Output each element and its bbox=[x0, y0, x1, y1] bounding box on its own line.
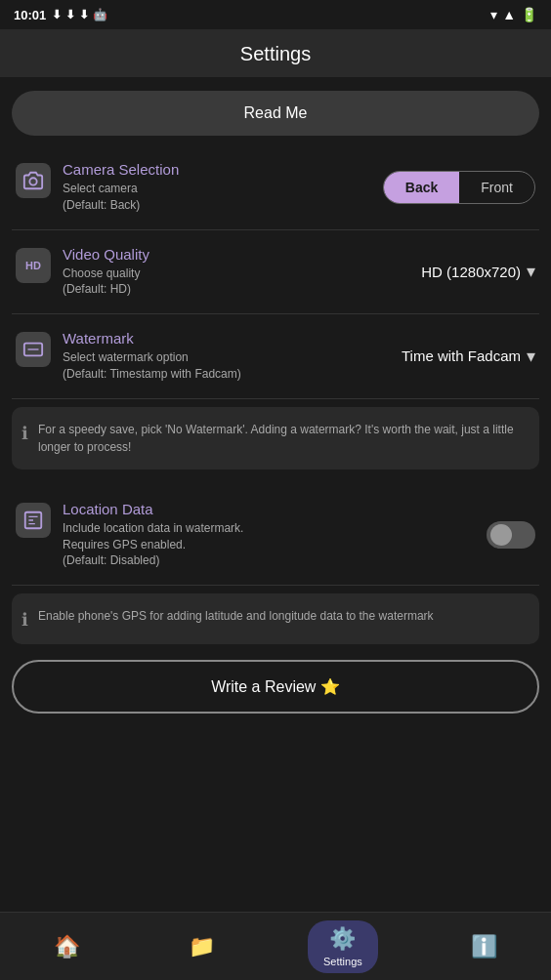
svg-point-0 bbox=[29, 178, 36, 184]
watermark-info-text: For a speedy save, pick 'No Watermark'. … bbox=[38, 421, 526, 456]
camera-selection-desc: Select camera(Default: Back) bbox=[63, 181, 179, 214]
nav-item-home[interactable]: 🏠 bbox=[38, 928, 96, 965]
location-icon bbox=[22, 510, 44, 531]
watermark-desc: Select watermark option(Default: Timesta… bbox=[63, 349, 241, 383]
battery-icon: 🔋 bbox=[521, 7, 537, 22]
download-icon-3: ⬇ bbox=[79, 8, 89, 21]
android-icon: 🤖 bbox=[93, 8, 107, 21]
location-data-title: Location Data bbox=[63, 501, 243, 517]
camera-segmented-control[interactable]: Back Front bbox=[383, 171, 535, 204]
toggle-knob bbox=[490, 524, 512, 546]
nav-item-folder[interactable]: 📁 bbox=[173, 928, 231, 965]
watermark-left: Watermark Select watermark option(Defaul… bbox=[16, 330, 402, 383]
video-quality-title: Video Quality bbox=[63, 246, 149, 263]
watermark-icon bbox=[22, 339, 44, 360]
watermark-chevron-icon: ▾ bbox=[527, 346, 535, 367]
read-me-button[interactable]: Read Me bbox=[12, 91, 539, 136]
home-icon: 🏠 bbox=[54, 934, 80, 960]
status-right-icons: ▾ ▲ 🔋 bbox=[490, 7, 537, 22]
info-circle-icon: ℹ bbox=[21, 423, 28, 444]
camera-selection-row: Camera Selection Select camera(Default: … bbox=[12, 145, 539, 230]
video-quality-desc: Choose quality(Default: HD) bbox=[63, 265, 149, 299]
nav-settings-label: Settings bbox=[323, 956, 362, 967]
watermark-value: Time with Fadcam bbox=[402, 347, 521, 364]
camera-selection-left: Camera Selection Select camera(Default: … bbox=[16, 161, 383, 214]
watermark-dropdown[interactable]: Time with Fadcam ▾ bbox=[402, 346, 535, 367]
video-quality-dropdown[interactable]: HD (1280x720) ▾ bbox=[421, 261, 535, 282]
hd-icon: HD bbox=[25, 260, 41, 271]
watermark-row: Watermark Select watermark option(Defaul… bbox=[12, 314, 539, 399]
camera-selection-text: Camera Selection Select camera(Default: … bbox=[63, 161, 179, 214]
camera-front-button[interactable]: Front bbox=[459, 172, 534, 203]
video-quality-icon-container: HD bbox=[16, 248, 51, 283]
camera-icon bbox=[22, 170, 44, 191]
gear-icon: ⚙️ bbox=[329, 926, 356, 952]
location-data-text: Location Data Include location data in w… bbox=[63, 501, 243, 569]
notification-icons: ⬇ ⬇ ⬇ 🤖 bbox=[52, 8, 107, 21]
watermark-title: Watermark bbox=[63, 330, 241, 347]
chevron-down-icon: ▾ bbox=[527, 261, 535, 282]
time-display: 10:01 bbox=[14, 8, 46, 22]
write-review-button[interactable]: Write a Review ⭐ bbox=[12, 660, 539, 714]
wifi-icon: ▾ bbox=[490, 7, 497, 22]
signal-icon: ▲ bbox=[502, 7, 516, 22]
watermark-info-box: ℹ For a speedy save, pick 'No Watermark'… bbox=[12, 407, 539, 470]
location-info-box: ℹ Enable phone's GPS for adding latitude… bbox=[12, 593, 539, 644]
location-info-icon: ℹ bbox=[21, 609, 28, 631]
status-time: 10:01 ⬇ ⬇ ⬇ 🤖 bbox=[14, 8, 107, 22]
video-quality-text: Video Quality Choose quality(Default: HD… bbox=[63, 246, 149, 299]
settings-content: Read Me Camera Selection Select camera(D… bbox=[0, 77, 551, 905]
nav-item-info[interactable]: ℹ️ bbox=[455, 928, 513, 965]
nav-item-settings[interactable]: ⚙️ Settings bbox=[308, 920, 378, 973]
download-icon-2: ⬇ bbox=[65, 8, 75, 21]
camera-back-button[interactable]: Back bbox=[384, 172, 459, 203]
video-quality-left: HD Video Quality Choose quality(Default:… bbox=[16, 246, 421, 299]
camera-icon-container bbox=[16, 163, 51, 198]
download-icon-1: ⬇ bbox=[52, 8, 62, 21]
info-icon: ℹ️ bbox=[471, 934, 497, 960]
location-data-desc: Include location data in watermark.Requi… bbox=[63, 520, 243, 569]
video-quality-value: HD (1280x720) bbox=[421, 264, 521, 280]
video-quality-row: HD Video Quality Choose quality(Default:… bbox=[12, 230, 539, 315]
page-header: Settings bbox=[0, 29, 551, 77]
location-info-text: Enable phone's GPS for adding latitude a… bbox=[38, 607, 434, 625]
watermark-icon-container bbox=[16, 332, 51, 367]
camera-selection-title: Camera Selection bbox=[63, 161, 179, 178]
page-title: Settings bbox=[240, 43, 311, 64]
location-toggle[interactable] bbox=[487, 521, 535, 549]
watermark-text: Watermark Select watermark option(Defaul… bbox=[63, 330, 241, 383]
status-bar: 10:01 ⬇ ⬇ ⬇ 🤖 ▾ ▲ 🔋 bbox=[0, 0, 551, 29]
bottom-navigation: 🏠 📁 ⚙️ Settings ℹ️ bbox=[0, 912, 551, 980]
folder-icon: 📁 bbox=[189, 934, 215, 960]
location-data-left: Location Data Include location data in w… bbox=[16, 501, 487, 569]
location-data-row: Location Data Include location data in w… bbox=[12, 485, 539, 586]
location-icon-container bbox=[16, 503, 51, 538]
